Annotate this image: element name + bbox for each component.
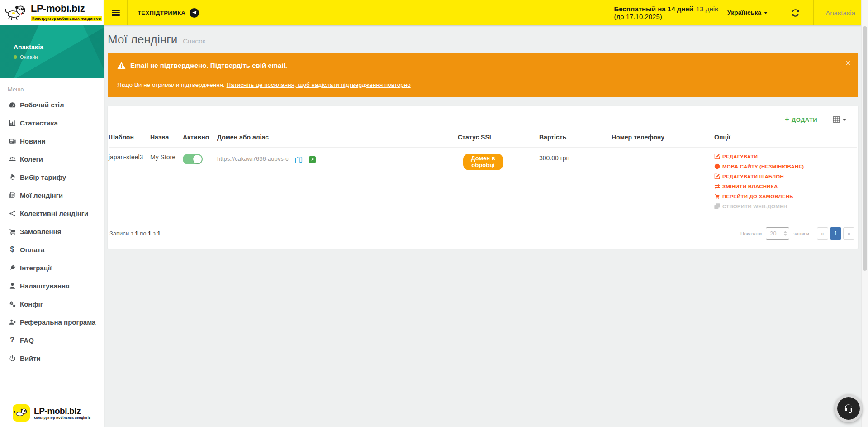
resend-confirmation-link[interactable]: Натисніть це посилання, щоб надіслати пі… — [227, 82, 411, 88]
user-plus-icon — [8, 318, 16, 326]
support-label: ТЕХПІДТРИМКА — [138, 10, 185, 16]
sidebar-item-statistics[interactable]: Статистика — [0, 114, 104, 132]
col-header-template: Шаблон — [109, 134, 150, 141]
alert-text: Якщо Ви не отримали підтвердження. — [117, 82, 227, 88]
telegram-icon — [190, 8, 199, 18]
ssl-status-badge: Домен в обробці — [463, 154, 503, 170]
brand-logo[interactable]: LP-mobi.biz Конструктор мобильных лендин… — [0, 0, 104, 25]
landings-table: Шаблон Назва Активно Домен або аліас Ста… — [108, 129, 858, 220]
tariff-until: (до 17.10.2025) — [614, 13, 718, 20]
main-content: Мої лендінги Список Email не підтверджен… — [104, 25, 861, 427]
page-size-input[interactable] — [766, 227, 789, 240]
sidebar-item-referral[interactable]: Реферальна програма — [0, 313, 104, 331]
close-icon[interactable]: × — [845, 58, 851, 67]
landings-card: + ДОДАТИ Шаблон Назва Активно Домен або … — [108, 106, 858, 249]
divider — [777, 0, 777, 25]
option-site-language[interactable]: МОВА САЙТУ (НЕЗМІНЮВАНЕ) — [714, 163, 854, 169]
chart-bar-icon — [8, 119, 16, 127]
sidebar-user-panel: Anastasia Онлайн — [0, 25, 104, 78]
scrollbar-thumb[interactable] — [863, 26, 867, 271]
page-scrollbar[interactable] — [861, 0, 868, 427]
online-status-icon — [14, 55, 17, 59]
copy-icon[interactable] — [295, 156, 303, 164]
menu-section-label: Меню — [8, 86, 104, 93]
topbar: LP-mobi.biz Конструктор мобильных лендин… — [0, 0, 868, 25]
sidebar-item-news[interactable]: Новини — [0, 132, 104, 150]
show-label: Показати — [740, 231, 762, 236]
sidebar-item-desktop[interactable]: Робочий стіл — [0, 96, 104, 114]
sidebar-item-payment[interactable]: $ Оплата — [0, 240, 104, 259]
cart-icon — [714, 193, 720, 199]
option-go-to-orders[interactable]: ПЕРЕЙТИ ДО ЗАМОВЛЕНЬ — [714, 193, 854, 199]
sidebar-item-my-landings[interactable]: Мої лендінги — [0, 186, 104, 204]
row-options: РЕДАГУВАТИ МОВА САЙТУ (НЕЗМІНЮВАНЕ) РЕДА… — [714, 154, 854, 209]
external-link-icon[interactable] — [309, 156, 316, 163]
card-toolbar: + ДОДАТИ — [108, 106, 858, 129]
page-header: Мої лендінги Список — [108, 31, 858, 53]
top-yellow-bar: ТЕХПІДТРИМКА Бесплатный на 14 дней13 дні… — [104, 0, 868, 25]
col-header-name: Назва — [150, 134, 183, 141]
headset-icon — [843, 403, 855, 415]
page-1-button[interactable]: 1 — [830, 227, 841, 240]
dollar-icon: $ — [8, 245, 16, 254]
topbar-username[interactable]: Anastasia — [823, 9, 858, 17]
pagination-controls: Показати записи « 1 » — [740, 227, 854, 240]
language-icon — [714, 163, 720, 169]
hand-pointer-icon — [8, 173, 16, 181]
cart-icon — [8, 227, 16, 235]
col-header-price: Вартість — [539, 134, 612, 141]
plug-icon — [8, 264, 16, 272]
page-subtitle: Список — [183, 37, 205, 45]
sidebar-item-tariff[interactable]: Вибір тарифу — [0, 168, 104, 186]
option-edit-template[interactable]: РЕДАГУВАТИ ШАБЛОН — [714, 173, 854, 179]
col-header-active: Активно — [183, 134, 217, 141]
clone-icon — [714, 203, 720, 209]
language-selector[interactable]: Українська — [727, 9, 768, 16]
sidebar-item-colleagues[interactable]: Колеги — [0, 150, 104, 168]
app-window: LP-mobi.biz Конструктор мобильных лендин… — [0, 0, 868, 427]
language-label: Українська — [727, 9, 761, 16]
option-edit[interactable]: РЕДАГУВАТИ — [714, 154, 854, 159]
sidebar-item-logout[interactable]: Вийти — [0, 349, 104, 367]
prev-page-button[interactable]: « — [817, 227, 828, 240]
option-change-owner[interactable]: ЗМІНИТИ ВЛАСНИКА — [714, 183, 854, 189]
sidebar-item-orders[interactable]: Замовлення — [0, 222, 104, 240]
email-warning-banner: Email не підтверджено. Підтвердіть свій … — [108, 53, 858, 97]
logo-title: LP-mobi.biz — [31, 4, 102, 14]
sidebar-item-settings[interactable]: Налаштування — [0, 277, 104, 295]
plus-icon: + — [785, 116, 789, 123]
sidebar-menu: Робочий стіл Статистика Новини Колеги Ви… — [0, 96, 104, 367]
footer-logo-title: LP-mobi.biz — [34, 407, 91, 415]
tariff-name: Бесплатный на 14 дней — [614, 5, 693, 13]
active-toggle[interactable] — [183, 154, 203, 164]
sidebar-toggle-button[interactable] — [104, 0, 128, 25]
col-header-phone: Номер телефону — [612, 134, 714, 141]
next-page-button[interactable]: » — [843, 227, 854, 240]
support-link[interactable]: ТЕХПІДТРИМКА — [128, 8, 209, 18]
sidebar-item-integrations[interactable]: Інтеграції — [0, 259, 104, 277]
sidebar-user-name: Anastasia — [14, 43, 104, 51]
page-size-value — [770, 230, 783, 237]
add-landing-button[interactable]: + ДОДАТИ — [785, 116, 817, 123]
dashboard-icon — [8, 101, 16, 109]
sidebar-item-collective-landings[interactable]: Колективні лендінги — [0, 204, 104, 222]
footer-logo-subtitle: Конструктор мобільних лендінгів — [34, 416, 91, 419]
spinner-icon — [783, 231, 787, 236]
dog-logo-icon — [5, 4, 28, 22]
sidebar-user-status: Онлайн — [20, 54, 38, 60]
users-icon — [8, 155, 16, 163]
edit-icon — [714, 173, 720, 179]
warning-icon — [117, 62, 126, 69]
support-chat-button[interactable] — [835, 394, 863, 422]
domain-input[interactable] — [217, 154, 289, 165]
sidebar-item-faq[interactable]: ? FAQ — [0, 331, 104, 349]
table-grid-icon — [833, 116, 840, 123]
hamburger-icon — [112, 8, 120, 17]
col-header-options: Опції — [714, 134, 857, 141]
sidebar-item-config[interactable]: Конфіг — [0, 295, 104, 313]
columns-dropdown-button[interactable] — [833, 116, 846, 123]
row-name: My Store — [150, 154, 183, 213]
option-create-web-domain[interactable]: СТВОРИТИ WEB-ДОМЕН — [714, 203, 854, 209]
share-icon — [8, 209, 16, 217]
refresh-button[interactable] — [786, 0, 804, 25]
